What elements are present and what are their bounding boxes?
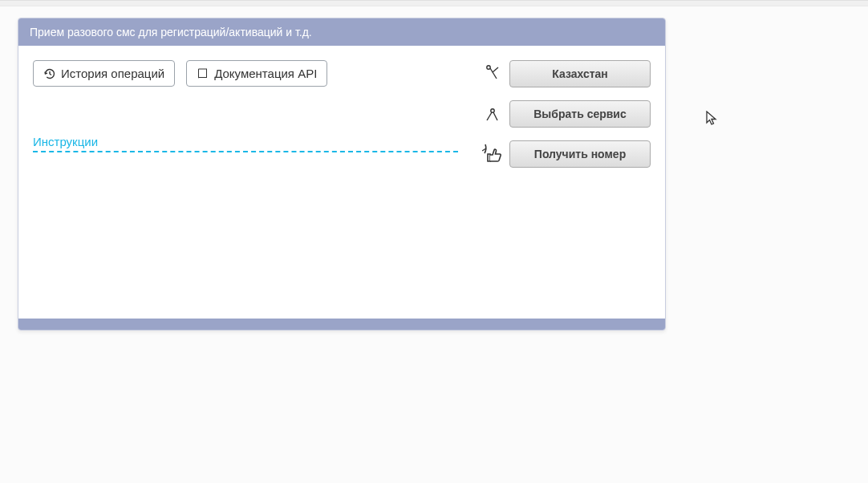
- step-country-row: Казахстан: [482, 60, 651, 87]
- panel-header: Прием разового смс для регистраций/актив…: [18, 18, 665, 46]
- api-doc-button[interactable]: Документация API: [186, 60, 327, 87]
- sms-panel: Прием разового смс для регистраций/актив…: [18, 18, 666, 331]
- instructions-link[interactable]: Инструкции: [33, 135, 98, 148]
- instructions-divider: [33, 151, 458, 152]
- instructions-section: Инструкции: [33, 135, 458, 152]
- panel-footer: [18, 319, 665, 330]
- scissors-top-icon: [482, 63, 505, 85]
- step-get-number-row: Получить номер: [482, 140, 651, 168]
- api-doc-button-label: Документация API: [214, 67, 317, 80]
- cursor-icon: [706, 111, 719, 127]
- top-strip: [0, 0, 868, 6]
- panel-body: История операций Документация API Инстру…: [18, 46, 665, 319]
- history-button-label: История операций: [61, 67, 164, 80]
- history-icon: [43, 67, 56, 80]
- scissors-bottom-icon: [482, 103, 505, 125]
- get-number-button[interactable]: Получить номер: [509, 140, 651, 168]
- steps-column: Казахстан Выбрать сервис: [482, 60, 651, 168]
- panel-title: Прием разового смс для регистраций/актив…: [30, 26, 312, 39]
- step-service-row: Выбрать сервис: [482, 100, 651, 128]
- book-icon: [197, 67, 209, 80]
- svg-point-1: [491, 109, 494, 112]
- select-service-button[interactable]: Выбрать сервис: [509, 100, 651, 128]
- thumbs-up-icon: [482, 143, 505, 165]
- history-button[interactable]: История операций: [33, 60, 175, 87]
- country-button[interactable]: Казахстан: [509, 60, 651, 87]
